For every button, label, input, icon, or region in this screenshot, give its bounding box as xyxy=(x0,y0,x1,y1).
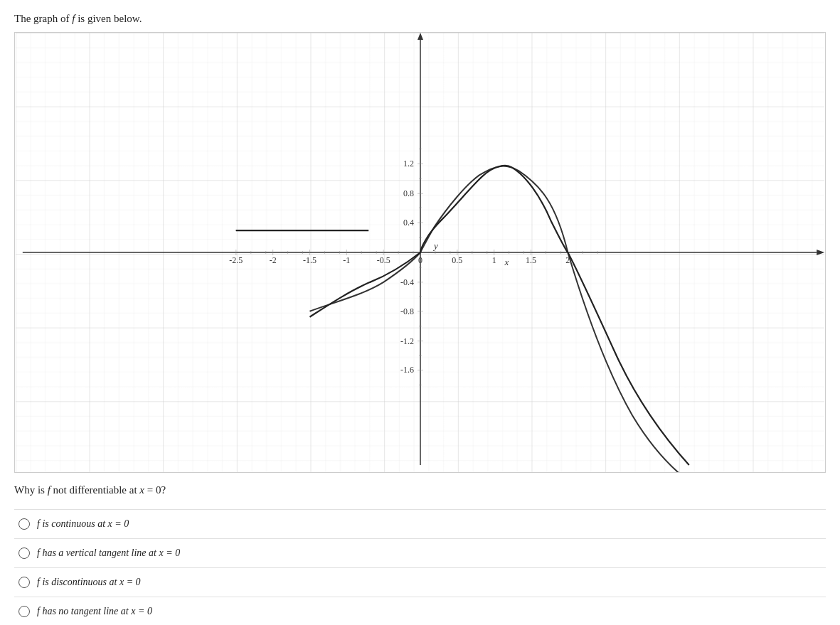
radio-4[interactable] xyxy=(18,606,30,617)
options-list: f is continuous at x = 0 f has a vertica… xyxy=(14,509,826,625)
graph-area: -2.5 -2 -1.5 -1 -0.5 0 0.5 1 1.5 2 xyxy=(14,32,826,473)
intro-text: The graph of f is given below. xyxy=(14,13,826,25)
option-4[interactable]: f has no tangent line at x = 0 xyxy=(14,597,826,625)
radio-3[interactable] xyxy=(18,577,30,588)
option-3[interactable]: f is discontinuous at x = 0 xyxy=(14,568,826,597)
radio-2[interactable] xyxy=(18,547,30,559)
question-text: Why is f not differentiable at x = 0? xyxy=(14,484,826,496)
function-overlay xyxy=(15,33,825,472)
radio-1[interactable] xyxy=(18,518,30,530)
option-2[interactable]: f has a vertical tangent line at x = 0 xyxy=(14,539,826,568)
option-1[interactable]: f is continuous at x = 0 xyxy=(14,509,826,539)
